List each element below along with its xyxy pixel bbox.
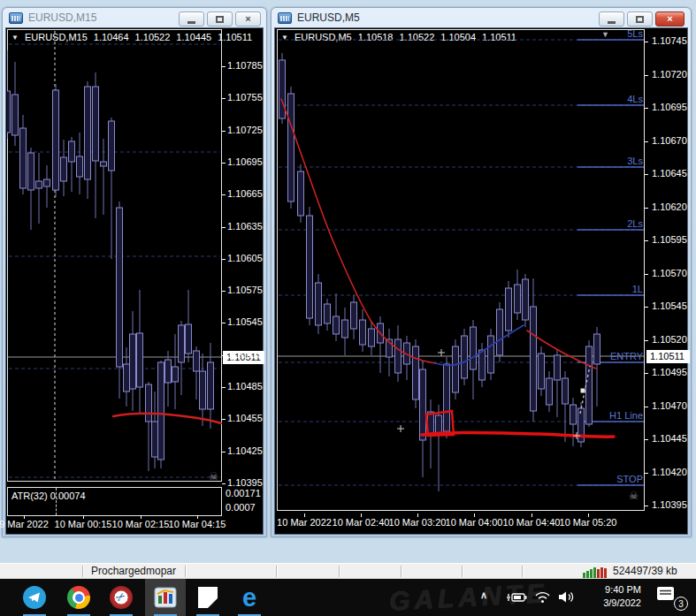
status-bar-separator [462,566,463,577]
candle-body [124,364,130,392]
price-scale-label: 1.10665 [227,188,263,199]
price-scale-label: 1.10695 [227,156,263,167]
level-label-1l: 1L [632,284,643,294]
price-scale-label: 1.10645 [652,168,687,179]
chrome-icon[interactable] [66,585,91,610]
time-axis-label: 10 Mar 04:15 [160,519,234,529]
candle-body [44,179,50,186]
candle-body [413,346,419,399]
scale-tick [222,98,226,99]
status-bar-separator [522,566,523,577]
candle-body [146,384,152,422]
plot-border [278,30,645,511]
notes-app-icon[interactable] [195,585,220,610]
close-button[interactable]: × [235,11,261,27]
metatrader-icon[interactable] [153,585,178,610]
level-label-entry: ENTRY [610,351,643,361]
candle-body [395,339,402,373]
candle-body [325,304,331,323]
price-plot-m15[interactable] [7,29,222,482]
candle-body [594,334,600,364]
candle-body [570,405,577,424]
candle-body [152,422,158,457]
drawn-annotation[interactable] [113,414,221,423]
candle-body [130,334,136,389]
scroll-position-marker-icon: ▼ [601,31,609,39]
scale-tick [222,419,226,420]
titlebar-m5[interactable]: EURUSD,M5 × [272,8,691,28]
close-icon: × [245,14,250,24]
price-scale-label: 1.10595 [652,234,687,245]
scale-tick [222,452,226,452]
scale-tick [222,66,226,67]
price-scale-label: 1.10720 [652,69,687,80]
titlebar-m15[interactable]: EURUSD,M15 × [3,8,266,28]
price-scale-label: 1.10515 [227,349,263,360]
traffic-counter: 524497/39 kb [613,565,677,577]
minimize-button[interactable] [179,11,204,27]
scale-tick [222,194,226,195]
candle-body [77,156,83,177]
candle-body [462,336,468,378]
metatrader-taskbar-tile[interactable] [145,579,186,616]
candle-body [53,90,59,190]
candle-body [61,157,67,181]
chart-window-icon[interactable] [9,12,23,24]
price-plot-m5[interactable] [277,29,645,511]
skull-object-icon[interactable]: ☠ [629,491,639,501]
taskbar-clock[interactable]: 9:40 PM 3/9/2022 [579,583,641,610]
candle-body [531,307,537,411]
edge-icon[interactable]: e [237,585,262,610]
close-icon: × [667,14,672,24]
candle-body [555,355,561,380]
scale-tick [645,373,648,374]
close-button[interactable]: × [655,11,685,27]
price-scale-label: 1.10695 [652,102,687,112]
minimize-button[interactable] [599,11,624,27]
candle-body [179,325,185,362]
level-label-h1-line: H1 Line [609,410,643,421]
scale-tick [222,259,226,260]
candle-body [307,216,313,318]
scale-tick [645,240,648,241]
battery-icon[interactable] [506,591,529,604]
tray-chevron-icon[interactable]: ∧ [480,589,487,601]
chart-window-icon[interactable] [278,12,292,24]
speaker-icon[interactable] [558,590,577,604]
scale-tick [645,340,648,341]
maximize-button[interactable] [627,11,653,27]
price-scale-label: 1.10545 [227,316,263,327]
clock-date: 3/9/2022 [579,597,641,610]
wifi-icon[interactable] [534,590,552,604]
atr-indicator-label: ATR(32) 0.00074 [11,491,86,501]
maximize-button[interactable] [207,11,233,27]
candle-body [117,208,123,367]
notification-badge[interactable]: 3 [674,597,688,611]
telegram-icon[interactable] [22,585,47,610]
atr-scale-max: 0.00171 [226,488,261,498]
price-scale-label: 1.10395 [652,499,687,510]
price-scale-label: 1.10445 [652,433,687,444]
price-scale-label: 1.10425 [227,445,263,456]
candle-body [93,87,99,161]
price-scale-label: 1.10570 [652,268,687,278]
price-scale-label: 1.10520 [652,334,687,345]
time-axis-label: 10 Mar 05:20 [551,517,625,528]
skull-object-icon[interactable]: ☠ [209,471,218,482]
scale-tick [645,208,648,209]
screen-recorder-icon[interactable] [109,585,134,610]
scale-tick [645,75,648,76]
atr-indicator-window[interactable]: ATR(32) 0.00074 [7,487,222,516]
status-bar-separator [82,566,83,577]
scale-tick [222,291,226,292]
scale-tick [645,108,648,109]
candle-body [470,327,477,369]
candle-body [539,354,545,389]
scale-tick [222,163,226,164]
maximize-icon [636,16,644,23]
scale-tick [222,483,226,484]
status-bar: Prochargedmopar 524497/39 kb [0,563,696,579]
candle-body [279,60,286,118]
price-scale-label: 1.10755 [227,92,263,103]
status-bar-separator [339,566,340,577]
